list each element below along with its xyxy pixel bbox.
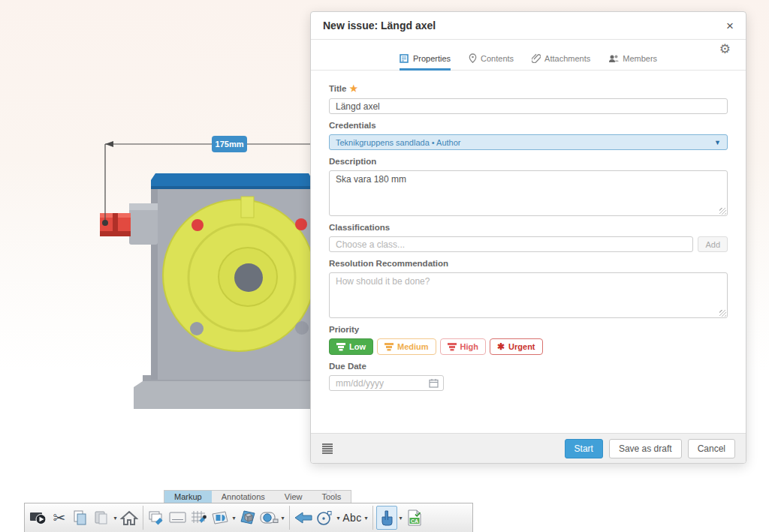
start-button[interactable]: Start bbox=[565, 439, 603, 458]
paste-icon[interactable] bbox=[91, 506, 112, 530]
toolbar-divider bbox=[289, 506, 290, 530]
priority-high-button[interactable]: High bbox=[440, 338, 486, 355]
record-play-icon[interactable] bbox=[28, 506, 49, 530]
tab-label: Attachments bbox=[544, 54, 590, 63]
ribbon-tab-view[interactable]: View bbox=[275, 491, 312, 503]
priority-label: Priority bbox=[329, 325, 728, 334]
members-icon bbox=[608, 54, 619, 63]
drag-handle-icon[interactable] bbox=[321, 443, 333, 455]
resolution-label: Resolution Recommendation bbox=[329, 259, 728, 268]
ribbon-tab-strip: Markup Annotations View Tools bbox=[164, 490, 351, 503]
dialog-tab-bar: ⚙ Properties Contents Attachments Member… bbox=[311, 40, 746, 71]
dialog-body: Title ★ Credentials Teknikgruppens sandl… bbox=[311, 71, 746, 391]
model-housing bbox=[151, 188, 312, 380]
measure-icon[interactable] bbox=[258, 506, 279, 530]
model-center-bore bbox=[234, 263, 263, 292]
map-pin-icon bbox=[469, 53, 477, 63]
credentials-select[interactable]: Teknikgruppens sandlada • Author ▼ bbox=[329, 134, 728, 150]
tab-members[interactable]: Members bbox=[608, 53, 657, 71]
resize-grip-icon[interactable] bbox=[719, 310, 726, 317]
note-icon[interactable] bbox=[167, 506, 188, 530]
due-date-label: Due Date bbox=[329, 362, 728, 371]
grid-sketch-icon[interactable] bbox=[188, 506, 210, 530]
ribbon-tab-markup[interactable]: Markup bbox=[164, 491, 212, 503]
markup-toolbar: ✂ ▾ ▾ ▾ bbox=[24, 503, 473, 532]
paperclip-icon bbox=[532, 53, 541, 63]
model-shaft-boss bbox=[129, 203, 158, 245]
model-flange bbox=[163, 200, 315, 351]
text-style-dropdown-caret[interactable]: ▾ bbox=[363, 515, 369, 521]
resize-grip-icon[interactable] bbox=[719, 208, 726, 215]
paste-dropdown-caret[interactable]: ▾ bbox=[112, 515, 119, 521]
new-issue-dialog: New issue: Längd axel × ⚙ Properties Con… bbox=[310, 11, 746, 464]
funnel-icon bbox=[448, 342, 457, 351]
classifications-input[interactable] bbox=[329, 236, 693, 252]
home-icon[interactable] bbox=[119, 506, 140, 530]
section-view-icon[interactable] bbox=[210, 506, 231, 530]
app-canvas: 175mm New issue: Längd axel × ⚙ Properti… bbox=[0, 0, 769, 532]
priority-medium-button[interactable]: Medium bbox=[377, 338, 436, 355]
priority-low-button[interactable]: Low bbox=[329, 338, 373, 355]
save-as-draft-button[interactable]: Save as draft bbox=[609, 439, 682, 458]
required-star-icon: ★ bbox=[349, 83, 357, 94]
tab-attachments[interactable]: Attachments bbox=[532, 53, 590, 71]
model-views-icon[interactable] bbox=[237, 506, 258, 530]
tab-contents[interactable]: Contents bbox=[469, 53, 514, 71]
toolbar-divider bbox=[143, 506, 143, 530]
rotate-dropdown-caret[interactable]: ▾ bbox=[335, 515, 342, 521]
copy-icon[interactable] bbox=[70, 506, 91, 530]
cut-icon[interactable]: ✂ bbox=[49, 506, 70, 530]
properties-icon bbox=[400, 54, 409, 63]
classifications-label: Classifications bbox=[329, 223, 728, 232]
pointer-hand-icon[interactable] bbox=[376, 506, 397, 530]
toolbar-divider bbox=[372, 506, 373, 530]
close-icon[interactable]: × bbox=[726, 20, 734, 32]
pointer-dropdown-caret[interactable]: ▾ bbox=[397, 515, 404, 521]
dialog-footer: Start Save as draft Cancel bbox=[311, 433, 746, 463]
credentials-label: Credentials bbox=[329, 121, 728, 130]
ca-check-document-icon[interactable]: CA bbox=[404, 506, 425, 530]
model-keyway bbox=[241, 197, 254, 218]
tab-properties[interactable]: Properties bbox=[400, 53, 451, 71]
text-style-icon[interactable]: Abc bbox=[342, 506, 363, 530]
measure-dropdown-caret[interactable]: ▾ bbox=[279, 515, 286, 521]
title-label: Title ★ bbox=[329, 83, 728, 94]
funnel-icon bbox=[336, 342, 345, 351]
credentials-value: Teknikgruppens sandlada • Author bbox=[336, 138, 461, 147]
priority-urgent-button[interactable]: ✱ Urgent bbox=[490, 338, 543, 355]
resolution-textarea[interactable] bbox=[329, 272, 728, 318]
cancel-button[interactable]: Cancel bbox=[688, 439, 735, 458]
dimension-lines bbox=[105, 144, 312, 222]
description-textarea[interactable] bbox=[329, 170, 728, 216]
tab-label: Properties bbox=[413, 54, 451, 63]
ca-label: CA bbox=[411, 518, 418, 524]
calendar-icon[interactable] bbox=[429, 378, 439, 388]
chevron-down-icon: ▼ bbox=[714, 139, 721, 146]
funnel-icon bbox=[384, 342, 394, 351]
section-view-dropdown-caret[interactable]: ▾ bbox=[231, 515, 237, 521]
title-input[interactable] bbox=[329, 98, 728, 114]
tab-label: Contents bbox=[481, 54, 514, 63]
due-date-input[interactable] bbox=[329, 375, 444, 391]
model-top-cover bbox=[151, 173, 312, 189]
description-label: Description bbox=[329, 157, 728, 166]
rotate-circle-icon[interactable] bbox=[314, 506, 335, 530]
dialog-title: New issue: Längd axel bbox=[323, 20, 436, 32]
model-shaft bbox=[100, 213, 131, 236]
back-arrow-icon[interactable] bbox=[293, 506, 314, 530]
model-base bbox=[134, 380, 324, 409]
favorite-heart-icon[interactable]: ♡ bbox=[325, 488, 336, 502]
abc-label: Abc bbox=[342, 512, 362, 524]
tab-label: Members bbox=[623, 54, 657, 63]
dialog-header: New issue: Längd axel × bbox=[311, 12, 746, 40]
priority-group: Low Medium High ✱ Urgent bbox=[329, 338, 728, 355]
add-classification-button[interactable]: Add bbox=[698, 236, 728, 252]
urgent-burst-icon: ✱ bbox=[497, 342, 505, 351]
markup-edit-icon[interactable] bbox=[146, 506, 167, 530]
ribbon-tab-annotations[interactable]: Annotations bbox=[212, 491, 275, 503]
dimension-value-badge[interactable]: 175mm bbox=[212, 136, 247, 152]
